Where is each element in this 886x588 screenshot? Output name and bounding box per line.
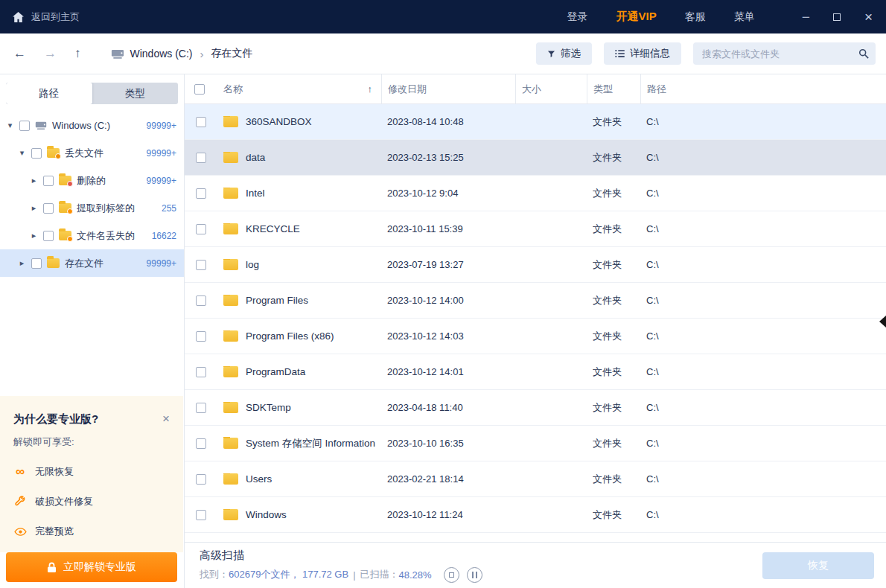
tab-path[interactable]: 路径 [6, 83, 92, 104]
file-type: 文件夹 [587, 508, 640, 522]
file-path: C:\ [640, 402, 886, 413]
forward-arrow-button[interactable]: → [44, 46, 57, 61]
minimize-button[interactable]: ─ [803, 11, 809, 22]
table-row[interactable]: KRECYCLE 2023-10-11 15:39 文件夹 C:\ [185, 211, 886, 247]
row-checkbox[interactable] [196, 153, 206, 163]
search-icon [858, 48, 869, 59]
customer-service-button[interactable]: 客服 [685, 10, 706, 24]
pro-version-promo: 为什么要专业版? × 解锁即可享受: ∞ 无限恢复 破损文件修复 [0, 396, 183, 552]
file-name: Intel [246, 188, 265, 199]
sidebar-item-windows-c[interactable]: ▾ Windows (C:) 99999+ [0, 112, 184, 139]
sidebar-item-deleted[interactable]: ▸ 删除的 99999+ [0, 167, 184, 194]
table-row[interactable]: log 2023-07-19 13:27 文件夹 C:\ [185, 247, 886, 283]
pause-scan-button[interactable] [467, 567, 482, 583]
promo-feature: 完整预览 [13, 525, 170, 538]
tree-label: 删除的 [77, 174, 106, 188]
column-header-type[interactable]: 类型 [587, 74, 640, 103]
sidebar-item-existing-files[interactable]: ▸ 存在文件 99999+ [0, 249, 184, 277]
filter-button[interactable]: 筛选 [536, 42, 592, 65]
table-row[interactable]: Program Files (x86) 2023-10-12 14:03 文件夹… [185, 319, 886, 354]
row-checkbox[interactable] [196, 331, 206, 342]
tree-checkbox[interactable] [19, 121, 30, 131]
table-row[interactable]: Intel 2023-10-12 9:04 文件夹 C:\ [185, 176, 886, 211]
caret-down-icon[interactable]: ▾ [6, 121, 14, 130]
name-lost-folder-icon [59, 231, 71, 240]
file-type: 文件夹 [587, 258, 640, 272]
tree-count: 16622 [152, 231, 176, 241]
eye-icon [13, 525, 27, 538]
recover-button[interactable]: 恢复 [762, 552, 874, 579]
table-row[interactable]: Windows 2023-10-12 11:24 文件夹 C:\ [185, 497, 886, 533]
column-header-date[interactable]: 修改日期 [381, 74, 515, 103]
promo-feature-label: 无限恢复 [35, 465, 74, 479]
row-checkbox[interactable] [196, 295, 206, 306]
file-path: C:\ [640, 330, 886, 342]
row-checkbox[interactable] [196, 117, 206, 127]
tree-checkbox[interactable] [31, 148, 42, 159]
promo-close-icon[interactable]: × [162, 412, 170, 425]
tree-checkbox[interactable] [31, 258, 42, 269]
tree-count: 99999+ [147, 176, 176, 186]
row-checkbox[interactable] [196, 510, 206, 520]
up-arrow-button[interactable]: ↑ [74, 46, 81, 61]
back-arrow-button[interactable]: ← [13, 46, 26, 61]
back-to-home-button[interactable]: 返回到主页 [12, 10, 80, 24]
table-row[interactable]: SDKTemp 2023-04-18 11:40 文件夹 C:\ [185, 390, 886, 426]
stop-scan-button[interactable] [444, 567, 459, 583]
breadcrumb-drive[interactable]: Windows (C:) [130, 48, 193, 60]
tree-checkbox[interactable] [43, 203, 54, 214]
search-input[interactable] [693, 42, 876, 65]
tree-label: 存在文件 [65, 257, 103, 270]
sort-ascending-icon[interactable]: ↑ [368, 83, 373, 95]
row-checkbox[interactable] [196, 474, 206, 485]
file-type: 文件夹 [587, 223, 640, 236]
table-row[interactable]: data 2023-02-13 15:25 文件夹 C:\ [185, 140, 886, 176]
unlock-pro-button[interactable]: 立即解锁专业版 [6, 552, 177, 582]
caret-right-icon[interactable]: ▸ [30, 231, 38, 240]
table-row[interactable]: ProgramData 2023-10-12 14:01 文件夹 C:\ [185, 354, 886, 390]
caret-right-icon[interactable]: ▸ [30, 203, 38, 213]
maximize-button[interactable] [833, 13, 841, 21]
close-button[interactable]: × [864, 9, 873, 25]
login-button[interactable]: 登录 [567, 10, 587, 24]
breadcrumb-folder[interactable]: 存在文件 [211, 47, 253, 60]
row-checkbox[interactable] [196, 438, 206, 449]
row-checkbox[interactable] [196, 188, 206, 199]
open-vip-button[interactable]: 开通VIP [616, 10, 656, 24]
folder-icon [223, 152, 238, 163]
folder-icon [223, 330, 238, 342]
caret-right-icon[interactable]: ▸ [18, 258, 26, 268]
tree-checkbox[interactable] [43, 231, 54, 241]
row-checkbox[interactable] [196, 224, 206, 234]
sidebar-item-lost-files[interactable]: ▾ 丢失文件 99999+ [0, 139, 184, 167]
sidebar-item-name-lost[interactable]: ▸ 文件名丢失的 16622 [0, 222, 184, 249]
details-list-icon [615, 49, 625, 58]
table-row[interactable]: Program Files 2023-10-12 14:00 文件夹 C:\ [185, 283, 886, 319]
row-checkbox[interactable] [196, 403, 206, 413]
deleted-folder-icon [59, 176, 71, 185]
stop-icon [449, 572, 454, 578]
table-row[interactable]: Users 2023-02-21 18:14 文件夹 C:\ [185, 461, 886, 497]
scan-title: 高级扫描 [200, 549, 482, 563]
menu-button[interactable]: 菜单 [734, 10, 755, 24]
folder-icon [223, 188, 238, 199]
row-checkbox[interactable] [196, 367, 206, 377]
column-header-path[interactable]: 路径 [640, 74, 886, 103]
tab-type[interactable]: 类型 [92, 83, 179, 104]
caret-right-icon[interactable]: ▸ [30, 176, 38, 185]
promo-feature: ∞ 无限恢复 [13, 465, 170, 479]
file-date: 2023-10-12 14:00 [381, 295, 515, 306]
column-header-name[interactable]: 名称 ↑ [217, 74, 381, 103]
titlebar: 返回到主页 登录 开通VIP 客服 菜单 ─ × [0, 0, 886, 33]
lost-badge [55, 153, 61, 159]
panel-collapse-handle[interactable] [879, 316, 886, 327]
sidebar-item-tagged[interactable]: ▸ 提取到标签的 255 [0, 194, 184, 222]
column-header-size[interactable]: 大小 [515, 74, 587, 103]
caret-down-icon[interactable]: ▾ [18, 148, 26, 158]
details-button[interactable]: 详细信息 [604, 42, 681, 65]
select-all-checkbox[interactable] [194, 84, 205, 95]
tree-checkbox[interactable] [43, 176, 54, 186]
table-row[interactable]: System 存储空间 Information 2023-10-10 16:35… [185, 426, 886, 461]
row-checkbox[interactable] [196, 260, 206, 270]
table-row[interactable]: 360SANDBOX 2023-08-14 10:48 文件夹 C:\ [185, 104, 886, 140]
